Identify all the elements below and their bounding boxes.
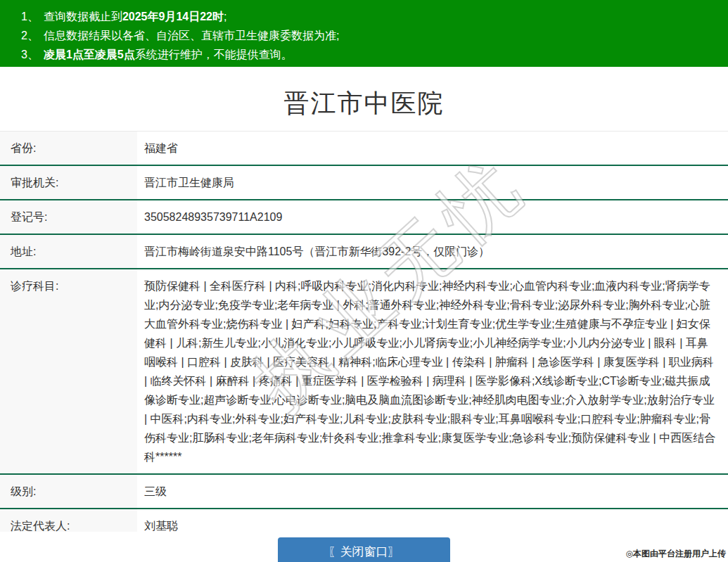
notice-text: 查询数据截止到 bbox=[44, 11, 122, 23]
row-registration-number: 登记号: 35058248935739711A2109 bbox=[0, 200, 728, 235]
row-value: 三级 bbox=[137, 475, 728, 508]
row-legal-representative: 法定代表人: 刘基聪 bbox=[0, 509, 728, 532]
row-value: 预防保健科 | 全科医疗科 | 内科;呼吸内科专业;消化内科专业;神经内科专业;… bbox=[137, 269, 728, 473]
row-label: 诊疗科目: bbox=[0, 269, 137, 473]
info-table: 省份: 福建省 审批机关: 晋江市卫生健康局 登记号: 350582489357… bbox=[0, 131, 728, 532]
notice-text-bold: 2025年9月14日22时 bbox=[122, 11, 224, 23]
image-credit: ◎本图由平台注册用户上传 bbox=[626, 548, 726, 560]
notice-text: 系统进行维护，不能提供查询。 bbox=[135, 49, 293, 60]
notice-text: ; bbox=[224, 11, 226, 23]
row-label: 审批机关: bbox=[0, 166, 137, 199]
row-value: 福建省 bbox=[137, 132, 728, 165]
row-label: 级别: bbox=[0, 475, 137, 508]
notice-number: 3、 bbox=[21, 49, 39, 60]
notice-line-3: 3、凌晨1点至凌晨5点系统进行维护，不能提供查询。 bbox=[21, 45, 721, 64]
title-section: 晋江市中医院 bbox=[0, 67, 728, 131]
notice-number: 2、 bbox=[21, 30, 39, 41]
notice-number: 1、 bbox=[21, 11, 39, 23]
notice-text-bold: 凌晨1点至凌晨5点 bbox=[44, 49, 135, 60]
close-window-button[interactable]: 〖关闭窗口〗 bbox=[278, 537, 450, 562]
row-label: 地址: bbox=[0, 235, 137, 268]
row-value: 晋江市梅岭街道泉安中路1105号（晋江市新华街392-2号，仅限门诊） bbox=[137, 235, 728, 268]
row-approval-authority: 审批机关: 晋江市卫生健康局 bbox=[0, 166, 728, 200]
query-result-page: 1、查询数据截止到2025年9月14日22时; 2、信息数据结果以各省、自治区、… bbox=[0, 0, 728, 562]
notice-banner: 1、查询数据截止到2025年9月14日22时; 2、信息数据结果以各省、自治区、… bbox=[0, 0, 728, 67]
row-label: 省份: bbox=[0, 132, 137, 165]
row-value: 刘基聪 bbox=[137, 509, 728, 532]
notice-text: 信息数据结果以各省、自治区、直辖市卫生健康委数据为准; bbox=[44, 30, 339, 41]
page-title: 晋江市中医院 bbox=[0, 87, 728, 121]
notice-line-2: 2、信息数据结果以各省、自治区、直辖市卫生健康委数据为准; bbox=[21, 26, 721, 45]
row-value: 晋江市卫生健康局 bbox=[137, 166, 728, 199]
row-address: 地址: 晋江市梅岭街道泉安中路1105号（晋江市新华街392-2号，仅限门诊） bbox=[0, 235, 728, 269]
row-label: 法定代表人: bbox=[0, 509, 137, 532]
row-value: 35058248935739711A2109 bbox=[137, 200, 728, 234]
row-departments: 诊疗科目: 预防保健科 | 全科医疗科 | 内科;呼吸内科专业;消化内科专业;神… bbox=[0, 269, 728, 475]
notice-line-1: 1、查询数据截止到2025年9月14日22时; bbox=[21, 7, 721, 26]
row-province: 省份: 福建省 bbox=[0, 132, 728, 166]
footer: 〖关闭窗口〗 bbox=[0, 537, 728, 562]
row-level: 级别: 三级 bbox=[0, 475, 728, 509]
row-label: 登记号: bbox=[0, 200, 137, 234]
